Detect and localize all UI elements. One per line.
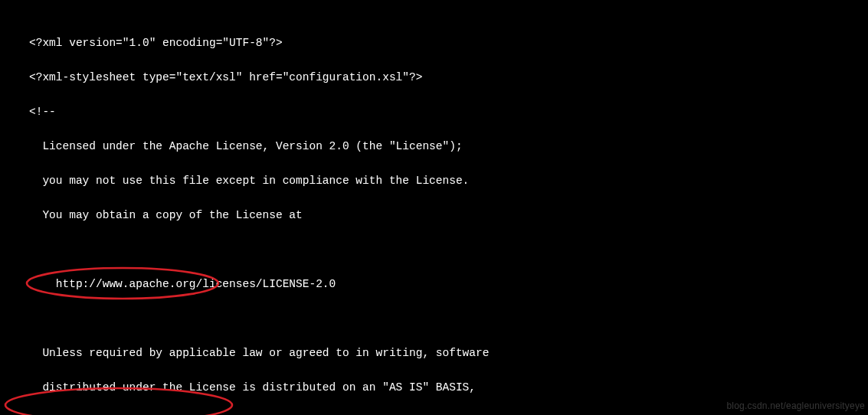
- code-line: [29, 244, 868, 256]
- code-line: Unless required by applicable law or agr…: [29, 348, 868, 359]
- code-line: http://www.apache.org/licenses/LICENSE-2…: [29, 279, 868, 290]
- watermark-text: blog.csdn.net/eagleuniversityeye: [726, 400, 865, 412]
- code-line: you may not use this file except in comp…: [29, 175, 868, 187]
- code-line: You may obtain a copy of the License at: [29, 210, 868, 221]
- code-line: [29, 313, 868, 325]
- code-line: <?xml-stylesheet type="text/xsl" href="c…: [29, 72, 868, 83]
- code-line: <?xml version="1.0" encoding="UTF-8"?>: [29, 38, 868, 49]
- code-line: distributed under the License is distrib…: [29, 382, 868, 394]
- code-line: Licensed under the Apache License, Versi…: [29, 141, 868, 152]
- code-line: <!--: [29, 106, 868, 118]
- terminal-view[interactable]: <?xml version="1.0" encoding="UTF-8"?> <…: [0, 0, 868, 415]
